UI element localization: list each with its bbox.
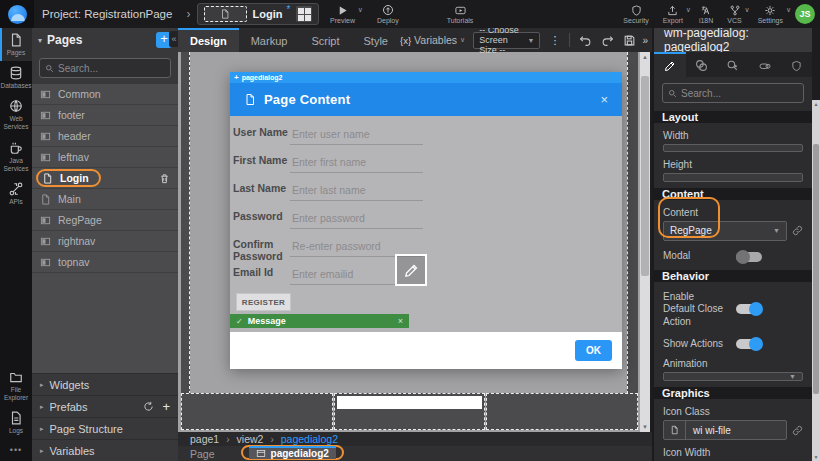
pages-search[interactable] [39,58,171,78]
vcs-button[interactable]: VCS ∨ [727,0,741,28]
tab-script[interactable]: Script [299,28,351,52]
rail-item-logs[interactable]: Logs [0,406,32,439]
variables-menu[interactable]: {x} Variables ∨ [400,34,465,46]
section-prefabs[interactable]: ▸ Prefabs + [32,395,178,417]
rightnav-placeholder[interactable] [627,52,638,394]
deploy-button[interactable]: Deploy [377,0,399,28]
breadcrumb-page1[interactable]: page1 [190,433,219,445]
wavemaker-logo[interactable] [0,0,34,28]
properties-scrollbar[interactable]: ▲ ▼ [812,100,820,461]
width-input[interactable] [663,144,803,152]
page-item-rightnav[interactable]: rightnav [32,231,178,252]
icon-class-input[interactable]: wi wi-file [663,420,787,440]
content-select[interactable]: RegPage ▼ [663,221,787,241]
tab-style[interactable]: Style [352,28,400,52]
tab-devices[interactable] [749,52,781,77]
page-item-common[interactable]: Common [32,84,178,105]
page-item-main[interactable]: Main [32,189,178,210]
tutorials-button[interactable]: Tutorials [447,0,474,28]
delete-page-icon[interactable] [159,173,170,184]
preview-dropdown-icon[interactable]: ∨ [358,6,363,14]
scrollbar-thumb[interactable] [641,76,649,276]
rail-item-pages[interactable]: Pages [0,28,32,61]
footer-middle-cell[interactable] [334,393,486,430]
pagedialog-chip[interactable]: pagedialog2 [249,446,336,459]
dialog-header[interactable]: Page Content × [230,83,622,116]
properties-search[interactable] [662,83,804,103]
settings-dropdown-icon[interactable]: ∨ [786,6,791,14]
bind-link-icon[interactable] [792,225,803,236]
tab-security[interactable] [780,52,812,77]
close-action-toggle[interactable] [735,302,763,316]
tab-styles[interactable] [686,52,718,77]
message-close-icon[interactable]: × [398,316,403,326]
page-dialog-widget[interactable]: + pagedialog2 Page Content × User Name F… [230,72,622,369]
animation-select[interactable]: ▼ [663,372,803,381]
rail-item-apis[interactable]: APIs [0,177,32,210]
export-dropdown-icon[interactable]: ∨ [686,6,691,14]
modal-toggle[interactable] [735,250,763,264]
tab-properties[interactable] [654,52,686,77]
scrollbar-thumb[interactable] [813,144,819,394]
leftnav-placeholder[interactable] [181,52,190,394]
section-widgets[interactable]: ▸ Widgets [32,373,178,395]
undo-icon[interactable] [579,34,592,47]
bind-link-icon[interactable] [792,425,803,436]
section-page-structure[interactable]: ▸ Page Structure [32,417,178,439]
scroll-down-icon[interactable]: ▼ [812,454,820,460]
add-prefab-icon[interactable]: + [162,399,170,414]
redo-icon[interactable] [601,34,614,47]
canvas-scrollbar[interactable]: ▲ ▼ [640,52,650,432]
tab-events[interactable] [717,52,749,77]
user-avatar[interactable]: JS [795,4,815,24]
tab-design[interactable]: Design [178,28,239,52]
more-options-icon[interactable]: ••• [0,439,32,461]
username-field[interactable] [290,125,423,145]
show-actions-toggle[interactable] [735,337,763,351]
register-button[interactable]: REGISTER [236,293,291,311]
message-alert[interactable]: ✓ Message × [230,314,409,328]
pages-grid-icon[interactable] [296,6,312,22]
page-item-login-selected[interactable]: Login [32,168,178,189]
rail-item-databases[interactable]: Databases [0,61,32,94]
rail-item-web-services[interactable]: Web Services [0,94,32,135]
security-button[interactable]: Security [623,0,648,28]
dialog-close-icon[interactable]: × [600,92,608,107]
breadcrumb-view2[interactable]: view2 [237,433,264,445]
password-field[interactable] [290,209,423,229]
export-button[interactable]: Export ∨ [663,0,683,28]
properties-search-input[interactable] [681,88,781,99]
footer-right-cell[interactable] [486,393,638,430]
design-canvas[interactable]: + pagedialog2 Page Content × User Name F… [178,52,640,432]
scroll-up-icon[interactable]: ▲ [640,52,650,62]
vcs-dropdown-icon[interactable]: ∨ [745,6,750,14]
breadcrumb-pagedialog2[interactable]: pagedialog2 [281,433,338,445]
settings-button[interactable]: Settings ∨ [758,0,783,28]
more-tools-icon[interactable]: ⋮ [549,34,560,47]
pages-search-input[interactable] [58,63,158,74]
height-input[interactable] [663,173,803,181]
section-variables[interactable]: ▸ Variables [32,439,178,461]
scroll-up-icon[interactable]: ▲ [812,101,820,107]
refresh-prefabs-icon[interactable] [143,401,154,412]
save-icon[interactable] [623,34,636,47]
page-item-regpage[interactable]: RegPage [32,210,178,231]
edit-content-button[interactable] [395,254,427,286]
page-item-header[interactable]: header [32,126,178,147]
footer-left-cell[interactable] [181,393,333,430]
preview-button[interactable]: Preview ∨ [330,0,355,28]
screen-size-select[interactable]: -- Choose Screen Size -- ▼ [473,32,540,49]
page-item-topnav[interactable]: topnav [32,252,178,273]
caret-down-icon[interactable]: ▾ [38,36,42,45]
rail-item-java-services[interactable]: Java Services [0,136,32,177]
open-page-tab[interactable]: Login * [197,3,319,25]
firstname-field[interactable] [290,153,423,173]
rail-item-file-explorer[interactable]: File Explorer [0,365,32,406]
expand-panel-icon[interactable]: » [642,35,648,46]
page-item-leftnav[interactable]: leftnav [32,147,178,168]
ok-button[interactable]: OK [575,340,612,361]
tab-markup[interactable]: Markup [239,28,300,52]
scroll-down-icon[interactable]: ▼ [640,422,650,432]
page-item-footer[interactable]: footer [32,105,178,126]
widget-selection-tag[interactable]: + pagedialog2 [230,72,622,83]
